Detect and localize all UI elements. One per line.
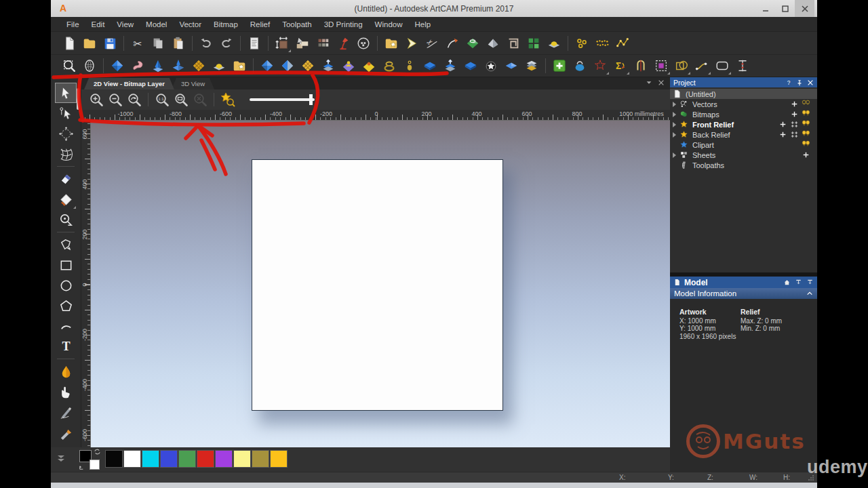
menu-edit[interactable]: Edit [85,18,111,30]
tree-item-back-relief[interactable]: Back Relief [670,129,817,140]
tree-item-bitmaps[interactable]: Bitmaps [670,109,817,119]
close-button[interactable] [795,0,814,17]
reset-colours-icon[interactable] [78,464,85,471]
curve-handles-button[interactable] [693,57,711,75]
pink-ribbon-relief-button[interactable] [129,57,146,75]
circle-square-button[interactable] [673,57,690,75]
tab-2d-view[interactable]: 2D View - Bitmap Layer [84,78,174,89]
background-colour[interactable] [90,460,100,470]
square-spiral-button[interactable] [505,35,522,52]
panel-close-icon[interactable] [807,79,814,86]
view-close-icon[interactable] [658,79,665,86]
menu-window[interactable]: Window [369,18,409,30]
expander-icon[interactable] [673,112,679,117]
blue-stack-up-button[interactable] [319,57,337,75]
view-menu-chevron-icon[interactable] [646,79,652,86]
menu-bitmap[interactable]: Bitmap [208,18,244,30]
dotted-wave-button[interactable] [593,35,611,52]
visibility-bulb-on[interactable] [802,110,812,119]
zoom-bitmap-star-button[interactable] [218,91,237,108]
menu-help[interactable]: Help [409,18,437,30]
blue-half-diamond-button[interactable] [279,57,296,75]
zoom-in-button[interactable] [87,91,106,108]
swatch-green[interactable] [178,450,196,468]
tree-item-sheets[interactable]: Sheets [670,150,817,160]
add-new-button[interactable] [802,150,812,159]
flood-fill-button[interactable] [56,362,76,381]
expander-icon[interactable] [673,102,679,107]
erase-button[interactable] [56,169,76,188]
pin-icon[interactable] [796,79,803,86]
lights-material-button[interactable] [334,35,352,52]
swatch-black[interactable] [105,450,123,468]
toolbar-scroll-thumb[interactable] [77,88,79,110]
menu-view[interactable]: View [111,18,140,30]
gold-weave-relief-button[interactable] [190,57,208,75]
canvas-viewport[interactable] [91,121,670,447]
set-model-size-button[interactable] [273,35,291,52]
blue-blob-button[interactable] [571,57,589,75]
maximize-button[interactable] [775,0,795,17]
gold-dome-relief-button[interactable] [545,35,563,52]
swatch-amber[interactable] [270,450,288,468]
create-polygon-button[interactable] [56,296,76,315]
menu-vector[interactable]: Vector [173,18,208,30]
swatch-cyan[interactable] [142,450,159,468]
visibility-bulb-on[interactable] [802,120,812,129]
gray-relief-fold-button[interactable] [484,35,502,52]
menu-relief[interactable]: Relief [244,18,276,30]
swatch-white[interactable] [123,450,141,468]
create-polyline-button[interactable] [56,235,76,254]
options-dial-button[interactable] [355,35,372,52]
sculpt-button[interactable] [56,423,76,442]
three-circles-button[interactable] [573,35,591,52]
clipart-library-button[interactable] [382,35,400,52]
add-layer-pair-button[interactable] [790,120,800,129]
copy-button[interactable] [149,35,167,52]
new-document-button[interactable] [60,35,78,52]
gold-weave-flat-button[interactable] [299,57,317,75]
swatch-purple[interactable] [215,450,233,468]
draw-button[interactable] [56,403,76,422]
add-layer-pair-button[interactable] [790,130,800,139]
polyline-nodes-button[interactable] [614,35,631,52]
smudge-button[interactable] [56,382,76,401]
gold-chevron-button[interactable] [403,35,420,52]
model-information-header[interactable]: Model Information [670,288,817,299]
colour-erase-button[interactable] [56,190,76,209]
blue-stack-lift-button[interactable] [441,57,459,75]
paste-button[interactable] [170,35,187,52]
magenta-selection-button[interactable] [652,57,670,75]
gold-dome-button[interactable] [210,57,228,75]
home-icon[interactable] [783,279,791,286]
add-new-button[interactable] [790,110,800,119]
expander-icon[interactable] [673,132,679,138]
blue-diamond-flat-button[interactable] [258,57,276,75]
add-new-button[interactable] [778,120,789,129]
tree-item-front-relief[interactable]: Front Relief [670,119,817,129]
transform-button[interactable] [56,124,76,143]
visibility-bulb-on[interactable] [802,130,812,139]
blue-spike-relief-button[interactable] [170,57,187,75]
notes-button[interactable] [245,35,263,52]
gold-bracket-button[interactable] [632,57,650,75]
zoom-window-button[interactable] [172,91,191,108]
dock-icon-2[interactable] [806,279,814,286]
zoom-object-button[interactable] [191,91,210,108]
create-circle-button[interactable] [56,276,76,295]
zoom-slider-handle[interactable] [309,94,313,105]
visibility-bulb-on[interactable] [802,140,812,149]
block-distort-button[interactable] [56,144,76,163]
curve-arrow-button[interactable] [443,35,461,52]
node-editing-button[interactable] [56,104,76,123]
undo-button[interactable] [197,35,215,52]
model-sheet[interactable] [252,159,503,411]
clipart-folder-button[interactable] [231,57,248,75]
create-rectangle-button[interactable] [56,256,76,274]
blue-slab-button[interactable] [462,57,479,75]
minimize-button[interactable] [755,0,775,17]
zoom-out-button[interactable] [106,91,125,108]
tree-item-toolpaths[interactable]: Toolpaths [670,160,817,170]
create-arc-button[interactable] [56,317,76,336]
menu-toolpath[interactable]: Toolpath [276,18,317,30]
